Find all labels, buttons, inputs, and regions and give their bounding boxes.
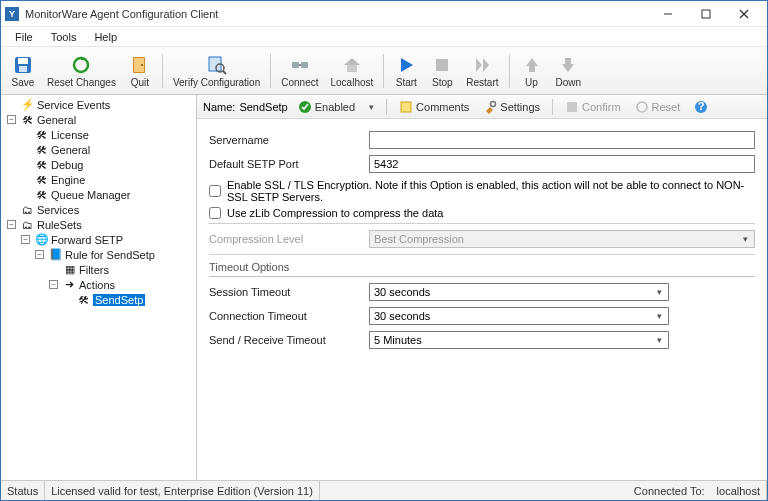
tree-filters[interactable]: ▦Filters <box>47 262 194 277</box>
name-value[interactable]: SendSetp <box>239 101 287 113</box>
chevron-down-icon: ▾ <box>652 287 666 297</box>
tree-queue-manager[interactable]: 🛠Queue Manager <box>19 187 194 202</box>
down-button[interactable]: Down <box>550 52 588 90</box>
content-toolbar: Name: SendSetp Enabled ▾ Comments Settin… <box>197 95 767 119</box>
gear-icon: 🛠 <box>35 158 48 171</box>
default-port-input[interactable] <box>369 155 755 173</box>
quit-icon <box>129 54 151 76</box>
verify-config-button[interactable]: Verify Configuration <box>167 52 266 90</box>
reset-icon <box>70 54 92 76</box>
enable-ssl-checkbox[interactable] <box>209 185 221 197</box>
tree-forward-setp[interactable]: −🌐Forward SETP <box>19 232 194 247</box>
enabled-dropdown-caret[interactable]: ▾ <box>365 102 378 112</box>
reset-changes-button[interactable]: Reset Changes <box>41 52 122 90</box>
tree-general-sub[interactable]: 🛠General <box>19 142 194 157</box>
window-title: MonitorWare Agent Configuration Client <box>25 8 649 20</box>
connect-icon <box>289 54 311 76</box>
use-zlib-checkbox[interactable] <box>209 207 221 219</box>
menu-tools[interactable]: Tools <box>43 29 85 45</box>
session-timeout-combo[interactable]: 30 seconds ▾ <box>369 283 669 301</box>
svg-marker-24 <box>526 58 538 66</box>
gear-icon: 🛠 <box>35 173 48 186</box>
enabled-toggle[interactable]: Enabled <box>294 99 359 115</box>
status-bar: Status Licensed valid for test, Enterpri… <box>1 480 767 500</box>
connect-button[interactable]: Connect <box>275 52 324 90</box>
save-button[interactable]: Save <box>5 52 41 90</box>
menu-help[interactable]: Help <box>86 29 125 45</box>
toolbar-separator <box>552 99 553 115</box>
minimize-button[interactable] <box>649 4 687 24</box>
connection-timeout-combo[interactable]: 30 seconds ▾ <box>369 307 669 325</box>
gear-icon: 🛠 <box>35 143 48 156</box>
comments-button[interactable]: Comments <box>395 99 473 115</box>
help-button[interactable]: ? <box>690 99 712 115</box>
svg-point-32 <box>637 102 647 112</box>
svg-rect-15 <box>292 62 299 68</box>
default-port-label: Default SETP Port <box>209 158 369 170</box>
status-spacer <box>320 481 628 500</box>
tree-sendsetp[interactable]: 🛠SendSetp <box>61 292 194 307</box>
svg-point-11 <box>141 64 143 66</box>
servername-input[interactable] <box>369 131 755 149</box>
confirm-button[interactable]: Confirm <box>561 99 625 115</box>
svg-line-14 <box>223 71 226 74</box>
bolt-icon: ⚡ <box>21 98 34 111</box>
content-pane: Name: SendSetp Enabled ▾ Comments Settin… <box>197 95 767 480</box>
tree-license[interactable]: 🛠License <box>19 127 194 142</box>
start-button[interactable]: Start <box>388 52 424 90</box>
folder-icon: 🗂 <box>21 203 34 216</box>
menu-bar: File Tools Help <box>1 27 767 47</box>
toolbar-separator <box>509 54 510 88</box>
action-icon: ➜ <box>63 278 76 291</box>
tree-rule-for-sendsetp[interactable]: −📘Rule for SendSetp <box>33 247 194 262</box>
stop-icon <box>431 54 453 76</box>
servername-label: Servername <box>209 134 369 146</box>
up-button[interactable]: Up <box>514 52 550 90</box>
tree-actions[interactable]: −➜Actions <box>47 277 194 292</box>
play-icon <box>395 54 417 76</box>
status-label: Status <box>1 481 45 500</box>
gear-icon: 🛠 <box>21 113 34 126</box>
reset-button[interactable]: Reset <box>631 99 685 115</box>
tree-rulesets[interactable]: −🗂RuleSets <box>5 217 194 232</box>
toolbar-separator <box>383 54 384 88</box>
tree-service-events[interactable]: ⚡Service Events <box>5 97 194 112</box>
tree-engine[interactable]: 🛠Engine <box>19 172 194 187</box>
svg-rect-16 <box>301 62 308 68</box>
main-toolbar: Save Reset Changes Quit Verify Configura… <box>1 47 767 95</box>
tree-services[interactable]: 🗂Services <box>5 202 194 217</box>
svg-text:?: ? <box>698 100 705 112</box>
stop-button[interactable]: Stop <box>424 52 460 90</box>
enable-ssl-label: Enable SSL / TLS Encryption. Note if thi… <box>227 179 755 203</box>
tree-general[interactable]: −🛠General <box>5 112 194 127</box>
svg-rect-5 <box>18 58 28 64</box>
svg-marker-22 <box>476 58 482 72</box>
app-icon: Y <box>5 7 19 21</box>
globe-icon: 🌐 <box>35 233 48 246</box>
status-license: Licensed valid for test, Enterprise Edit… <box>45 481 320 500</box>
restart-icon <box>471 54 493 76</box>
timeout-options-heading: Timeout Options <box>209 261 755 277</box>
chevron-down-icon: ▾ <box>738 234 752 244</box>
svg-point-30 <box>491 101 496 106</box>
restart-button[interactable]: Restart <box>460 52 504 90</box>
close-button[interactable] <box>725 4 763 24</box>
quit-button[interactable]: Quit <box>122 52 158 90</box>
maximize-button[interactable] <box>687 4 725 24</box>
compression-level-combo: Best Compression ▾ <box>369 230 755 248</box>
connection-timeout-label: Connection Timeout <box>209 310 369 322</box>
session-timeout-label: Session Timeout <box>209 286 369 298</box>
gear-icon: 🛠 <box>77 293 90 306</box>
svg-marker-27 <box>562 64 574 72</box>
menu-file[interactable]: File <box>7 29 41 45</box>
check-circle-icon <box>298 100 312 114</box>
note-icon <box>399 100 413 114</box>
settings-button[interactable]: Settings <box>479 99 544 115</box>
gear-icon: 🛠 <box>35 188 48 201</box>
svg-rect-29 <box>401 102 411 112</box>
localhost-button[interactable]: Localhost <box>324 52 379 90</box>
sendrecv-timeout-combo[interactable]: 5 Minutes ▾ <box>369 331 669 349</box>
tree-debug[interactable]: 🛠Debug <box>19 157 194 172</box>
nav-tree[interactable]: ⚡Service Events −🛠General 🛠License 🛠Gene… <box>1 95 197 480</box>
home-icon <box>341 54 363 76</box>
